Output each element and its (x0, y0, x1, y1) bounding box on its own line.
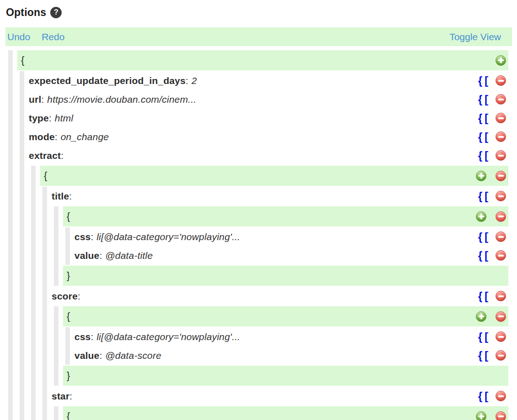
remove-icon[interactable] (496, 291, 506, 301)
object-close-row: } (63, 266, 508, 286)
convert-to-hash-button[interactable]: { (478, 291, 482, 302)
key-colon: : (91, 231, 94, 242)
remove-icon[interactable] (496, 231, 506, 242)
json-key[interactable]: value (74, 350, 100, 361)
remove-icon[interactable] (496, 411, 506, 420)
json-value[interactable]: https://movie.douban.com/cinem... (47, 94, 196, 105)
add-icon[interactable] (476, 211, 486, 222)
json-object-container: css:li[@data-category='nowplaying'... { … (65, 327, 508, 365)
json-key[interactable]: url (29, 94, 41, 105)
help-icon[interactable]: ? (50, 7, 62, 18)
object-open-row: { (17, 50, 508, 70)
json-pair-row: css:li[@data-category='nowplaying'... { … (74, 227, 508, 246)
json-key[interactable]: css (74, 231, 91, 242)
key-colon: : (69, 191, 72, 202)
convert-to-hash-button[interactable]: { (478, 191, 482, 202)
row-actions (476, 211, 506, 222)
remove-icon[interactable] (496, 94, 506, 105)
toggle-view-link[interactable]: Toggle View (449, 31, 501, 42)
convert-to-array-button[interactable]: [ (485, 231, 488, 242)
key-colon: : (185, 75, 188, 86)
json-value[interactable]: li[@data-category='nowplaying'... (96, 331, 240, 342)
convert-to-hash-button[interactable]: { (478, 231, 482, 242)
remove-icon[interactable] (496, 350, 506, 361)
convert-to-hash-button[interactable]: { (478, 391, 482, 402)
json-value[interactable]: html (55, 113, 73, 124)
row-actions: { [ (478, 75, 506, 86)
convert-to-array-button[interactable]: [ (485, 331, 488, 342)
convert-to-hash-button[interactable]: { (478, 331, 482, 342)
remove-icon[interactable] (496, 250, 506, 261)
json-object-container: { title: { [ (31, 166, 508, 420)
object-open-row: { (63, 306, 508, 326)
json-pair-row: css:li[@data-category='nowplaying'... { … (74, 327, 508, 346)
convert-to-array-button[interactable]: [ (485, 291, 488, 302)
convert-to-hash-button[interactable]: { (478, 250, 482, 261)
add-icon[interactable] (476, 171, 486, 181)
json-key[interactable]: expected_update_period_in_days (29, 75, 185, 86)
key-colon: : (78, 291, 80, 302)
json-value[interactable]: 2 (191, 75, 197, 86)
row-actions (496, 55, 506, 66)
convert-to-array-button[interactable]: [ (485, 94, 488, 105)
remove-icon[interactable] (496, 211, 506, 222)
undo-link[interactable]: Undo (7, 31, 30, 42)
row-actions: { [ (478, 250, 506, 261)
convert-to-array-button[interactable]: [ (485, 75, 488, 86)
json-value[interactable]: li[@data-category='nowplaying'... (96, 231, 240, 242)
page-header: Options ? (6, 6, 512, 19)
convert-to-array-button[interactable]: [ (485, 391, 488, 402)
json-key[interactable]: title (52, 191, 69, 202)
json-key[interactable]: extract (29, 150, 61, 161)
json-key[interactable]: star (52, 391, 69, 402)
convert-to-array-button[interactable]: [ (485, 131, 488, 142)
json-object-container: expected_update_period_in_days:2 { [ url… (20, 71, 508, 420)
open-brace: { (44, 170, 47, 182)
remove-icon[interactable] (496, 75, 506, 86)
convert-to-hash-button[interactable]: { (478, 94, 482, 105)
remove-icon[interactable] (496, 331, 506, 342)
convert-to-array-button[interactable]: [ (485, 150, 488, 161)
key-colon: : (91, 331, 94, 342)
json-key[interactable]: score (52, 291, 78, 302)
json-key[interactable]: type (29, 113, 49, 124)
remove-icon[interactable] (496, 131, 506, 142)
json-object-container: css:li[@data-category='nowplaying'... { … (65, 227, 508, 265)
convert-to-array-button[interactable]: [ (485, 191, 488, 202)
convert-to-hash-button[interactable]: { (478, 150, 482, 161)
add-icon[interactable] (476, 311, 486, 322)
json-value[interactable]: @data-score (106, 350, 162, 361)
json-key[interactable]: value (74, 250, 100, 261)
convert-to-array-button[interactable]: [ (485, 350, 488, 361)
row-actions: { [ (478, 94, 506, 105)
open-brace: { (21, 54, 24, 66)
close-brace: } (67, 270, 70, 282)
add-icon[interactable] (496, 55, 506, 66)
remove-icon[interactable] (496, 391, 506, 401)
json-object-container: { (54, 406, 508, 420)
remove-icon[interactable] (496, 113, 506, 123)
remove-icon[interactable] (496, 191, 506, 201)
redo-link[interactable]: Redo (42, 31, 64, 42)
convert-to-hash-button[interactable]: { (478, 131, 482, 142)
json-value[interactable]: @data-title (106, 250, 153, 261)
convert-to-array-button[interactable]: [ (485, 250, 488, 261)
remove-icon[interactable] (496, 150, 506, 161)
json-object-container: { css:li[@data-category='nowplaying'... (54, 206, 508, 286)
json-key[interactable]: css (74, 331, 91, 342)
json-pair-row: type:html { [ (29, 109, 508, 127)
row-actions: { [ (478, 191, 506, 202)
add-icon[interactable] (476, 411, 486, 420)
remove-icon[interactable] (496, 311, 506, 322)
convert-to-hash-button[interactable]: { (478, 350, 482, 361)
convert-to-array-button[interactable]: [ (485, 113, 488, 124)
json-editor: { expected_update_period_in_days:2 { [ u… (5, 50, 512, 420)
remove-icon[interactable] (496, 171, 506, 181)
json-key[interactable]: mode (29, 131, 55, 142)
json-value[interactable]: on_change (61, 131, 109, 142)
convert-to-hash-button[interactable]: { (478, 75, 482, 86)
open-brace: { (67, 210, 70, 222)
json-root-container: { expected_update_period_in_days:2 { [ u… (8, 50, 508, 420)
json-pair-row: mode:on_change { [ (29, 127, 508, 146)
convert-to-hash-button[interactable]: { (478, 113, 482, 124)
